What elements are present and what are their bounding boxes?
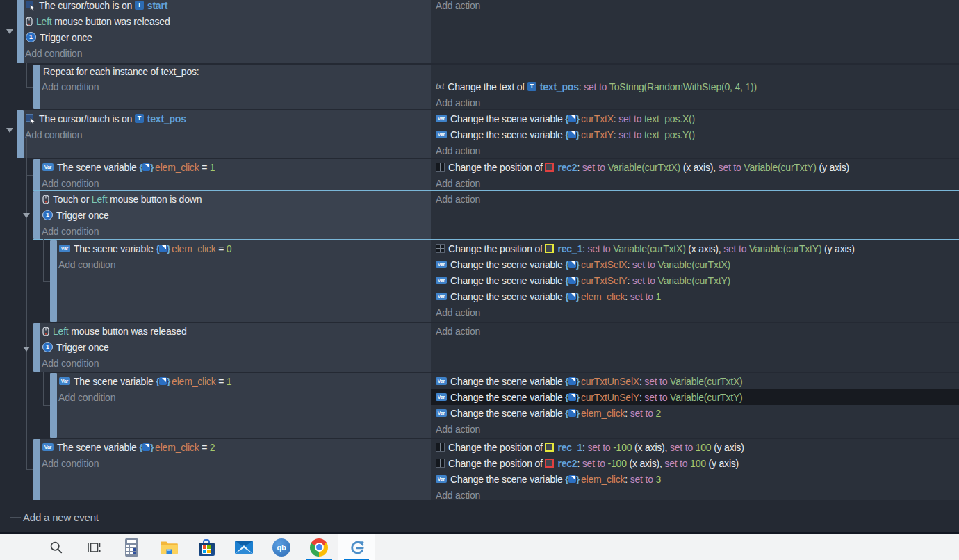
event-drag-handle[interactable] — [33, 65, 40, 109]
action-row[interactable]: VarChange the scene variable {}elem_clic… — [431, 288, 959, 304]
add-condition-button[interactable]: Add condition — [24, 126, 431, 142]
fold-arrow-icon[interactable] — [6, 128, 13, 133]
add-action-button[interactable]: Add action — [431, 487, 959, 503]
taskbar-mail-button[interactable] — [225, 534, 263, 560]
condition-row[interactable]: Left mouse button was released — [24, 13, 431, 29]
event-drag-handle[interactable] — [33, 439, 40, 500]
mail-icon — [235, 541, 253, 554]
add-action-button[interactable]: Add action — [431, 304, 959, 320]
condition-row[interactable]: 1Trigger once — [24, 29, 431, 45]
event-drag-handle[interactable] — [50, 373, 57, 438]
condition-row[interactable]: VarThe scene variable {}elem_click = 0 — [57, 240, 431, 256]
event-2-4[interactable]: VarThe scene variable {}elem_click = 2Ad… — [33, 439, 959, 500]
action-row[interactable]: VarChange the scene variable {}elem_clic… — [431, 405, 959, 421]
condition-row[interactable]: Left mouse button was released — [40, 323, 431, 339]
text-segment: Trigger once — [56, 342, 109, 353]
conditions-column: VarThe scene variable {}elem_click = 2Ad… — [40, 439, 431, 500]
event-2-3-1[interactable]: VarThe scene variable {}elem_click = 1Ad… — [50, 373, 959, 438]
taskbar-microsoft-store-button[interactable] — [188, 534, 225, 560]
event-2-2-1[interactable]: VarThe scene variable {}elem_click = 0Ad… — [50, 240, 959, 322]
add-condition-button[interactable]: Add condition — [57, 389, 431, 405]
taskbar-windows-start-button[interactable] — [0, 534, 38, 560]
action-row[interactable]: txtChange the text of Ttext_pos: set to … — [431, 79, 959, 94]
tree-line — [26, 136, 27, 469]
action-row[interactable]: Change the position of rec2: set to Vari… — [431, 159, 959, 175]
mouse-icon — [42, 327, 49, 336]
add-condition-button[interactable]: Add condition — [57, 256, 431, 272]
fold-arrow-icon[interactable] — [23, 347, 30, 352]
text-segment: = — [199, 162, 209, 173]
add-condition-button[interactable]: Add condition — [40, 455, 431, 471]
text-segment: (y axis) — [824, 243, 855, 254]
add-condition-button[interactable]: Add condition — [40, 79, 431, 94]
event-drag-handle[interactable] — [33, 159, 40, 191]
taskbar-file-explorer-button[interactable] — [150, 534, 188, 560]
text-segment: (x axis), — [683, 162, 719, 173]
add-new-event-button[interactable]: Add a new event — [23, 509, 99, 525]
add-action-button[interactable]: Add action — [431, 191, 959, 207]
condition-row[interactable]: 1Trigger once — [40, 339, 431, 355]
action-row[interactable]: VarChange the scene variable {}curTxtX: … — [431, 110, 959, 126]
text-segment: set to — [587, 442, 613, 453]
action-row[interactable]: VarChange the scene variable {}curTxtSel… — [431, 256, 959, 272]
text-segment: (y axis) — [819, 162, 850, 173]
action-row[interactable]: Change the position of rec_1: set to -10… — [431, 439, 959, 455]
taskbar-chrome-button[interactable] — [300, 534, 338, 560]
condition-row[interactable]: VarThe scene variable {}elem_click = 2 — [40, 439, 431, 455]
condition-row[interactable]: 1Trigger once — [40, 207, 431, 223]
condition-row[interactable]: VarThe scene variable {}elem_click = 1 — [40, 159, 431, 175]
add-action-button[interactable]: Add action — [431, 421, 959, 437]
action-row[interactable]: VarChange the scene variable {}curTxtSel… — [431, 272, 959, 288]
event-drag-handle[interactable] — [50, 240, 57, 322]
add-condition-button[interactable]: Add condition — [40, 223, 431, 239]
tree-line — [10, 517, 21, 518]
add-action-button[interactable]: Add action — [431, 175, 959, 191]
taskbar-calculator-button[interactable] — [113, 534, 150, 560]
scene-variable-badge-icon: {} — [565, 276, 580, 285]
event-2-3[interactable]: Left mouse button was released1Trigger o… — [33, 323, 959, 372]
fold-arrow-icon[interactable] — [23, 213, 30, 218]
taskbar-search-button[interactable] — [38, 534, 75, 560]
event-drag-handle[interactable] — [17, 0, 24, 63]
action-row[interactable]: Change the position of rec_1: set to Var… — [431, 240, 959, 256]
event-2-1[interactable]: VarThe scene variable {}elem_click = 1Ad… — [33, 159, 959, 191]
text-segment: Variable(curTxtY) — [749, 243, 824, 254]
action-row[interactable]: Change the position of rec2: set to -100… — [431, 455, 959, 471]
event-drag-handle[interactable] — [33, 191, 40, 239]
action-row[interactable]: VarChange the scene variable {}elem_clic… — [431, 471, 959, 487]
condition-row[interactable]: The cursor/touch is on Tstart — [24, 0, 431, 13]
taskbar-quickbooks-button[interactable]: qb — [263, 534, 300, 560]
text-segment: set to — [584, 81, 609, 92]
add-condition-button[interactable]: Add condition — [24, 45, 431, 61]
text-segment: 0 — [227, 243, 232, 254]
fold-arrow-icon[interactable] — [6, 29, 13, 34]
condition-row[interactable]: Touch or Left mouse button is down — [40, 191, 431, 207]
event-2-2[interactable]: Touch or Left mouse button is down1Trigg… — [33, 191, 959, 239]
text-segment: Change the scene variable — [450, 408, 565, 419]
condition-row[interactable]: The cursor/touch is on Ttext_pos — [24, 110, 431, 126]
action-row[interactable]: VarChange the scene variable {}curTxtUnS… — [431, 389, 959, 405]
event-drag-handle[interactable] — [17, 110, 24, 158]
condition-row[interactable]: VarThe scene variable {}elem_click = 1 — [57, 373, 431, 389]
event-2[interactable]: The cursor/touch is on Ttext_posAdd cond… — [17, 110, 959, 158]
variable-action-icon: Var — [436, 131, 447, 138]
taskbar-task-view-button[interactable] — [75, 534, 113, 560]
text-segment: : — [577, 458, 582, 469]
text-segment: set to — [587, 243, 613, 254]
event-1[interactable]: The cursor/touch is on TstartLeft mouse … — [17, 0, 959, 63]
event-drag-handle[interactable] — [33, 323, 40, 372]
taskbar-gdevelop-button[interactable] — [338, 534, 375, 560]
add-action-button[interactable]: Add action — [431, 94, 959, 110]
add-condition-button[interactable]: Add condition — [40, 175, 431, 191]
file-explorer-icon — [160, 540, 178, 554]
add-action-button[interactable]: Add action — [431, 142, 959, 158]
add-action-button[interactable]: Add action — [431, 0, 959, 13]
microsoft-store-icon — [199, 539, 215, 556]
action-row[interactable]: VarChange the scene variable {}curTxtUnS… — [431, 373, 959, 389]
event-repeat[interactable]: Repeat for each instance of text_pos:Add… — [33, 65, 959, 109]
text-segment: (x axis), — [629, 458, 664, 469]
text-segment: Variable(curTxtX) — [670, 376, 742, 387]
add-action-button[interactable]: Add action — [431, 323, 959, 339]
action-row[interactable]: VarChange the scene variable {}curTxtY: … — [431, 126, 959, 142]
add-condition-button[interactable]: Add condition — [40, 355, 431, 371]
